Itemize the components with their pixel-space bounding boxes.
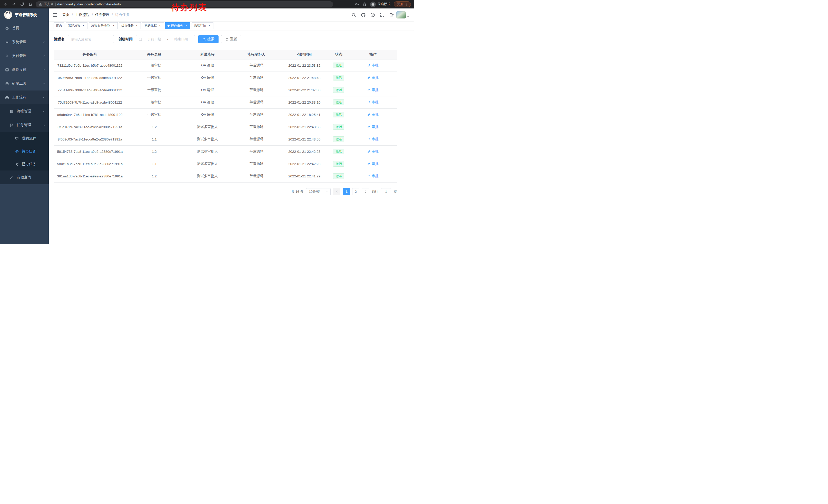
search-button[interactable]: 搜索 — [198, 35, 218, 43]
approve-link[interactable]: 审批 — [367, 149, 379, 154]
calendar-icon — [138, 37, 142, 41]
breadcrumb: 首页/工作流程/任务管理/待办任务 — [62, 12, 129, 17]
edit-icon — [367, 113, 371, 116]
sidebar-item-label: 已办任务 — [22, 162, 36, 166]
page-button-2[interactable]: 2 — [352, 188, 359, 195]
forward-icon[interactable] — [12, 2, 16, 6]
sidebar-item-task-mgmt[interactable]: 任务管理 — [0, 118, 49, 132]
approve-link[interactable]: 审批 — [367, 100, 379, 104]
reset-button[interactable]: 重置 — [221, 35, 241, 43]
cell-starter: 芋道源码 — [233, 72, 280, 84]
approve-link[interactable]: 审批 — [367, 174, 379, 178]
address-divider — [55, 3, 56, 6]
breadcrumb-item[interactable]: 任务管理 — [95, 12, 110, 17]
close-icon[interactable]: × — [135, 24, 138, 27]
close-icon[interactable]: × — [184, 24, 188, 27]
cell-id: 58154733-7ac8-11ec-a9e2-a2380e71991a — [54, 145, 126, 158]
gear-icon — [5, 40, 9, 44]
cell-time: 2022-01-22 20:33:10 — [280, 96, 328, 108]
browser-nav-buttons — [4, 2, 33, 6]
user-menu[interactable] — [396, 11, 409, 18]
sidebar-item-payment[interactable]: 支付管理 — [0, 49, 49, 63]
font-size-icon[interactable] — [389, 12, 394, 17]
back-icon[interactable] — [4, 2, 8, 6]
cell-time: 2022-01-22 21:48:48 — [280, 72, 328, 84]
chevron-down-icon — [42, 110, 45, 113]
close-icon[interactable]: × — [82, 24, 85, 27]
sidebar-item-done-tasks[interactable]: 已办任务 — [0, 158, 49, 171]
cell-name: 一级审批 — [126, 59, 182, 72]
sidebar-item-my-process[interactable]: 我的流程 — [0, 132, 49, 145]
app-logo[interactable]: 芋道管理系统 — [0, 8, 49, 21]
table-row: 725a1eb6-7b88-11ec-8ef0-acde48001122一级审批… — [54, 84, 397, 96]
cell-status: 激活 — [328, 59, 349, 72]
url-text[interactable]: dashboard.yudao.iocoder.cn/bpm/task/todo — [57, 3, 121, 6]
sidebar-item-todo-tasks[interactable]: 待办任务 — [0, 145, 49, 158]
start-date-placeholder[interactable]: 开始日期 — [143, 37, 166, 42]
browser-menu-icon[interactable] — [405, 3, 409, 6]
tab-process-detail[interactable]: 流程详情× — [192, 22, 213, 29]
close-icon[interactable]: × — [112, 24, 115, 27]
status-badge: 激活 — [333, 161, 344, 167]
edit-icon — [367, 76, 371, 79]
reload-icon[interactable] — [20, 2, 25, 6]
close-icon[interactable]: × — [208, 24, 211, 27]
process-name-label: 流程名 — [54, 37, 65, 42]
star-icon[interactable] — [363, 2, 367, 6]
sidebar-item-leave-query[interactable]: 请假查询 — [0, 171, 49, 184]
update-button[interactable]: 更新 — [394, 1, 411, 7]
approve-link[interactable]: 审批 — [367, 88, 379, 92]
date-range-picker[interactable]: 开始日期 - 结束日期 — [136, 35, 195, 43]
tab-form-edit[interactable]: 流程表单-编辑× — [89, 22, 118, 29]
approve-link[interactable]: 审批 — [367, 137, 379, 141]
approve-link[interactable]: 审批 — [367, 162, 379, 166]
github-icon[interactable] — [361, 12, 366, 17]
cell-time: 2022-01-21 22:42:23 — [280, 158, 328, 170]
edit-icon — [367, 150, 371, 153]
status-badge: 激活 — [333, 149, 344, 154]
dashboard-icon — [5, 27, 9, 30]
approve-link[interactable]: 审批 — [367, 63, 379, 68]
tab-done-tasks[interactable]: 已办任务× — [119, 22, 141, 29]
close-icon[interactable]: × — [158, 24, 162, 27]
cell-id: 381aa1dd-7ac8-11ec-a9e2-a2380e71991a — [54, 170, 126, 182]
sidebar-item-infrastructure[interactable]: 基础设施 — [0, 63, 49, 77]
breadcrumb-separator: / — [72, 13, 73, 17]
end-date-placeholder[interactable]: 结束日期 — [170, 37, 192, 42]
question-icon[interactable] — [370, 12, 375, 17]
sidebar-item-workflow[interactable]: 工作流程 — [0, 91, 49, 104]
approve-link[interactable]: 审批 — [367, 112, 379, 117]
breadcrumb-item[interactable]: 工作流程 — [75, 12, 89, 17]
page-button-1[interactable]: 1 — [343, 188, 350, 195]
prev-page-button[interactable] — [333, 188, 340, 195]
cell-action: 审批 — [349, 170, 397, 182]
approve-link[interactable]: 审批 — [367, 125, 379, 129]
tab-home[interactable]: 首页 — [54, 22, 65, 29]
tab-start-process[interactable]: 发起流程× — [66, 22, 87, 29]
search-label: 搜索 — [207, 37, 214, 42]
process-name-input[interactable] — [68, 35, 114, 43]
search-icon[interactable] — [351, 12, 356, 17]
tab-todo-tasks[interactable]: 待办任务× — [165, 22, 190, 29]
cell-time: 2022-01-21 22:42:23 — [280, 145, 328, 158]
sidebar-item-devtools[interactable]: 研发工具 — [0, 77, 49, 91]
breadcrumb-item[interactable]: 首页 — [62, 12, 70, 17]
sidebar-item-process-mgmt[interactable]: 流程管理 — [0, 104, 49, 118]
logo-image — [4, 11, 12, 19]
next-page-button[interactable] — [362, 188, 369, 195]
avatar[interactable] — [396, 11, 406, 18]
column-header: 状态 — [328, 50, 349, 59]
approve-link[interactable]: 审批 — [367, 75, 379, 80]
sidebar-item-home[interactable]: 首页 — [0, 21, 49, 35]
fullscreen-icon[interactable] — [380, 12, 384, 17]
security-label[interactable]: 不安全 — [44, 2, 54, 6]
collapse-sidebar-button[interactable] — [52, 12, 57, 17]
home-icon[interactable] — [28, 2, 33, 6]
sidebar-item-system[interactable]: 系统管理 — [0, 35, 49, 49]
browser-actions: 无痕模式 更新 — [355, 1, 411, 7]
tab-my-process[interactable]: 我的流程× — [142, 22, 164, 29]
chevron-left-icon — [335, 190, 339, 193]
page-size-select[interactable]: 10条/页 — [306, 188, 331, 195]
goto-page-input[interactable] — [381, 188, 391, 195]
key-icon[interactable] — [355, 2, 359, 6]
